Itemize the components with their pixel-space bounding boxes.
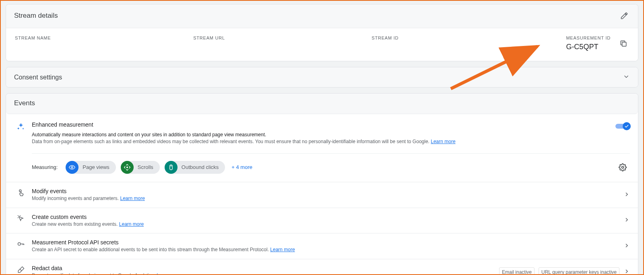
chevron-down-icon (623, 73, 630, 81)
redact-tag-url: URL query parameter keys inactive (539, 267, 619, 275)
chevron-right-icon (623, 217, 630, 224)
events-card: Events Enhanc (6, 93, 638, 275)
measurement-id-label: MEASUREMENT ID (566, 35, 611, 40)
stream-details-body: STREAM NAME STREAM URL STREAM ID MEASURE… (6, 28, 638, 61)
chip-page-views-label: Page views (83, 164, 109, 170)
cursor-sparkle-icon (17, 215, 25, 224)
scroll-icon (121, 161, 134, 174)
svg-point-5 (622, 166, 624, 168)
chip-scrolls-label: Scrolls (138, 164, 153, 170)
mouse-icon (165, 161, 178, 174)
chevron-right-icon (623, 191, 630, 199)
consent-settings-title: Consent settings (14, 74, 62, 81)
more-chips-link[interactable]: + 4 more (231, 164, 252, 170)
measurement-id-col: MEASUREMENT ID G-C5QPT (550, 35, 629, 51)
redact-data-sub: Prevent specific data from being sent to… (32, 272, 495, 275)
chip-page-views: Page views (66, 161, 116, 174)
enhanced-measurement-title: Enhanced measurement (32, 121, 607, 128)
enhanced-learn-more-link[interactable]: Learn more (431, 139, 455, 144)
redact-tag-email: Email inactive (499, 267, 535, 275)
custom-events-title: Create custom events (32, 214, 619, 220)
touch-icon (17, 189, 25, 198)
chip-outbound-label: Outbound clicks (182, 164, 219, 170)
api-secrets-title: Measurement Protocol API secrets (32, 239, 619, 246)
events-title: Events (14, 99, 35, 107)
enhanced-measurement-desc1: Automatically measure interactions and c… (32, 132, 607, 138)
chevron-right-icon (623, 268, 630, 275)
svg-point-7 (18, 243, 21, 246)
chip-outbound-clicks: Outbound clicks (165, 161, 225, 174)
eye-icon (66, 161, 78, 174)
stream-id-col: STREAM ID (372, 35, 550, 51)
svg-point-2 (126, 167, 128, 168)
svg-point-6 (19, 190, 21, 192)
secrets-learn-more-link[interactable]: Learn more (270, 247, 295, 252)
redact-learn-more-link[interactable]: Learn more (157, 273, 181, 275)
gear-icon[interactable] (617, 162, 628, 173)
copy-icon[interactable] (618, 38, 629, 49)
sparkle-icon (17, 122, 25, 132)
measuring-label: Measuring: (32, 164, 58, 170)
edit-icon[interactable] (619, 10, 630, 21)
enhanced-measurement-desc2: Data from on-page elements such as links… (32, 138, 607, 145)
custom-events-sub: Create new events from existing events. … (32, 221, 619, 228)
enhanced-measurement-row: Enhanced measurement Automatically measu… (6, 114, 638, 182)
chevron-right-icon (623, 242, 630, 250)
custom-learn-more-link[interactable]: Learn more (119, 221, 144, 227)
stream-name-col: STREAM NAME (15, 35, 193, 51)
svg-rect-0 (622, 42, 626, 46)
measuring-row: Measuring: Page views (32, 153, 630, 174)
enhanced-measurement-toggle[interactable] (615, 122, 630, 130)
consent-settings-card[interactable]: Consent settings (6, 67, 638, 88)
stream-name-label: STREAM NAME (15, 35, 193, 40)
chip-scrolls: Scrolls (121, 161, 160, 174)
stream-id-label: STREAM ID (372, 35, 550, 40)
stream-url-label: STREAM URL (193, 35, 372, 40)
redact-data-row[interactable]: Redact data Prevent specific data from b… (6, 259, 638, 275)
measurement-id-value: G-C5QPT (566, 43, 611, 51)
stream-details-header: Stream details (6, 4, 638, 28)
modify-events-row[interactable]: Modify events Modify incoming events and… (6, 182, 638, 208)
stream-url-col: STREAM URL (193, 35, 372, 51)
key-icon (17, 240, 25, 249)
events-header: Events (6, 94, 638, 114)
create-custom-events-row[interactable]: Create custom events Create new events f… (6, 208, 638, 233)
modify-events-sub: Modify incoming events and parameters. L… (32, 195, 619, 202)
eraser-icon (17, 266, 25, 275)
api-secrets-row[interactable]: Measurement Protocol API secrets Create … (6, 233, 638, 259)
stream-details-title: Stream details (14, 12, 58, 20)
stream-details-card: Stream details STREAM NAME STREAM URL ST… (6, 4, 638, 61)
api-secrets-sub: Create an API secret to enable additiona… (32, 246, 619, 253)
modify-learn-more-link[interactable]: Learn more (120, 196, 144, 201)
redact-data-title: Redact data (32, 265, 495, 271)
svg-point-1 (71, 167, 73, 168)
modify-events-title: Modify events (32, 188, 619, 194)
